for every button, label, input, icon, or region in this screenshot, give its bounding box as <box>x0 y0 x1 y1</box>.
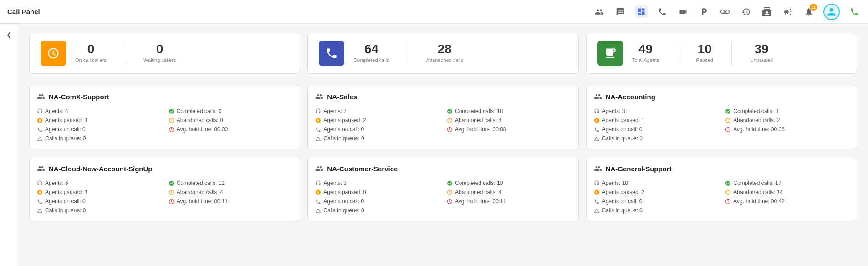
announcement-icon[interactable] <box>781 5 794 18</box>
queue-name: NA-General-Support <box>606 165 672 173</box>
clock-small-icon <box>168 118 174 123</box>
total-agents-label: Total Agents <box>632 57 659 63</box>
voicemail-icon[interactable] <box>719 5 731 18</box>
contacts-icon[interactable] <box>761 5 773 18</box>
history-icon[interactable] <box>740 5 752 18</box>
headset-icon <box>37 180 43 186</box>
abandoned-calls-stat: Abandoned calls: 0 <box>168 117 293 123</box>
users-icon[interactable] <box>593 5 606 18</box>
agents-stat-icon <box>597 41 623 66</box>
completed-calls-stat: Completed calls: 8 <box>725 108 849 114</box>
check-circle-icon <box>168 180 174 186</box>
header-icons: 11 <box>593 4 861 20</box>
agents-stat: Agents: 6 <box>37 180 161 186</box>
calls-in-queue-stat: Calls in queue: 0 <box>37 207 161 214</box>
queue-name: NA-Cloud-New-Account-SignUp <box>49 165 152 173</box>
hold-time-stat: Avg. hold time: 00:08 <box>447 126 571 133</box>
calls-in-queue-stat: Calls in queue: 0 <box>315 207 439 214</box>
warning-icon <box>725 199 731 205</box>
clock-small-icon <box>447 118 453 123</box>
queue-stats: Agents: 6 Completed calls: 11 Agents pau… <box>37 180 292 214</box>
clock-stat-icon <box>41 41 66 66</box>
stat-card-callers: 0 On call callers 0 Waiting callers <box>29 33 300 74</box>
queue-small-icon <box>315 208 321 214</box>
avatar[interactable] <box>823 4 840 20</box>
abandoned-calls-stat: Abandoned calls: 4 <box>168 189 293 195</box>
stats-row: 0 On call callers 0 Waiting callers 64 C… <box>29 33 857 74</box>
check-circle-icon <box>168 108 174 114</box>
on-call-stat: Agents on call: 0 <box>594 198 718 205</box>
stat-divider <box>125 42 125 65</box>
paused-agents-stat: 10 Paused <box>696 42 713 65</box>
warning-icon <box>447 199 453 205</box>
stat-card-calls: 64 Completed calls 28 Abandoned calls <box>307 33 578 74</box>
queue-small-icon <box>37 208 43 214</box>
sidebar: ❮ <box>0 24 18 266</box>
phone-transfer-icon[interactable] <box>656 5 669 18</box>
abandoned-number: 28 <box>438 42 452 56</box>
queue-card: NA-General-Support Agents: 10 Completed … <box>586 157 857 221</box>
clock-small-icon <box>447 189 453 195</box>
warning-icon <box>168 127 174 133</box>
queue-icon <box>594 92 602 101</box>
header: Call Panel <box>0 0 868 24</box>
notification-icon[interactable]: 11 <box>802 5 815 18</box>
queue-card: NA-Sales Agents: 7 Completed calls: 18 A… <box>307 85 578 149</box>
phone-small-icon <box>315 127 321 133</box>
queue-header: NA-Customer-Service <box>315 164 571 173</box>
hold-time-stat: Avg. hold time: 00:06 <box>725 126 849 133</box>
waiting-label: Waiting callers <box>143 57 176 63</box>
queue-name: NA-Accounting <box>606 93 655 101</box>
warning-icon <box>447 127 453 133</box>
parking-icon[interactable] <box>698 5 710 18</box>
check-circle-icon <box>725 108 731 114</box>
queue-stats: Agents: 7 Completed calls: 18 Agents pau… <box>315 108 571 142</box>
queue-small-icon <box>315 136 321 142</box>
sidebar-toggle[interactable]: ❮ <box>6 31 12 38</box>
phone-small-icon <box>315 199 321 205</box>
agents-stat: Agents: 10 <box>594 180 718 186</box>
completed-calls-stat: Completed calls: 11 <box>168 180 293 186</box>
phone-small-icon <box>594 127 600 133</box>
queue-card: NA-Accounting Agents: 3 Completed calls:… <box>586 85 857 149</box>
headset-icon <box>594 180 600 186</box>
phone-small-icon <box>37 127 43 133</box>
phone-stat-icon <box>319 41 344 66</box>
panel-icon[interactable] <box>635 5 648 18</box>
on-call-stat: Agents on call: 0 <box>37 198 161 205</box>
headset-icon <box>315 108 321 114</box>
stat-values-agents: 49 Total Agents 10 Paused 39 Unpaused <box>632 42 773 65</box>
phone-green-icon[interactable] <box>848 5 861 18</box>
abandoned-calls-stat: Abandoned calls: 4 <box>447 117 571 123</box>
on-call-stat: Agents on call: 0 <box>594 126 718 133</box>
check-circle-icon <box>447 108 453 114</box>
pause-circle-icon <box>315 189 321 195</box>
paused-label: Paused <box>696 57 713 63</box>
completed-calls-stat: Completed calls: 10 <box>447 180 571 186</box>
completed-calls-stat: 64 Completed calls <box>353 42 389 65</box>
queue-small-icon <box>594 208 600 214</box>
completed-label: Completed calls <box>353 57 389 63</box>
on-call-label: On call callers <box>75 57 107 63</box>
unpaused-label: Unpaused <box>750 57 773 63</box>
pause-circle-icon <box>594 118 600 123</box>
agents-stat: Agents: 3 <box>594 108 718 114</box>
on-call-stat: Agents on call: 0 <box>37 126 161 133</box>
queue-name: NA-Customer-Service <box>327 165 398 173</box>
queue-icon <box>37 92 45 101</box>
check-circle-icon <box>447 180 453 186</box>
queues-grid: NA-ComX-Support Agents: 4 Completed call… <box>29 85 857 221</box>
hold-time-stat: Avg. hold time: 00:11 <box>168 198 293 205</box>
chat-icon[interactable] <box>614 5 627 18</box>
on-call-number: 0 <box>87 42 95 56</box>
phone-small-icon <box>594 199 600 205</box>
agents-stat: Agents: 3 <box>315 180 439 186</box>
abandoned-calls-stat: Abandoned calls: 14 <box>725 189 849 195</box>
stat-divider-4 <box>731 42 732 65</box>
video-icon[interactable] <box>677 5 689 18</box>
hold-time-stat: Avg. hold time: 00:11 <box>447 198 571 205</box>
waiting-number: 0 <box>156 42 163 56</box>
clock-small-icon <box>725 118 731 123</box>
queue-card: NA-ComX-Support Agents: 4 Completed call… <box>29 85 300 149</box>
phone-small-icon <box>37 199 43 205</box>
